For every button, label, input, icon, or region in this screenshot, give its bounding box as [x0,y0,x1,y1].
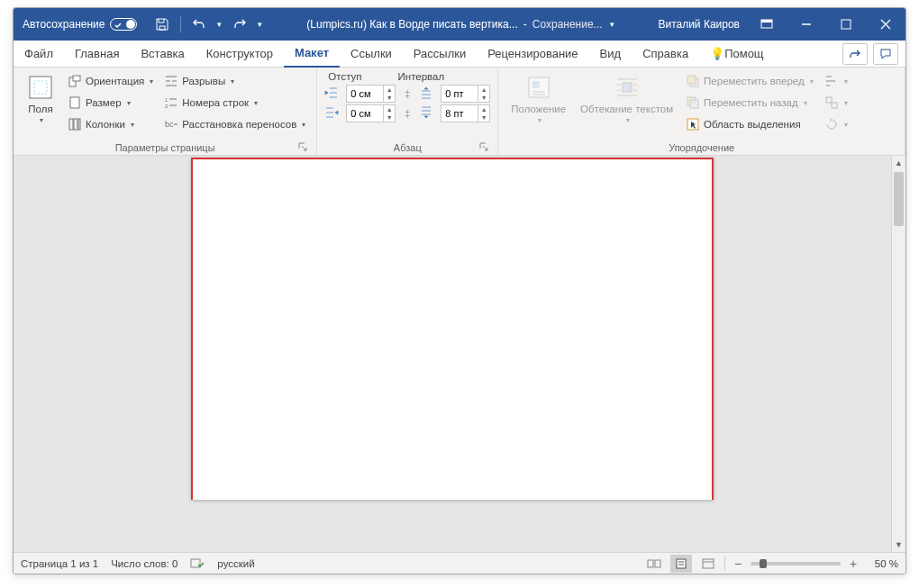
tab-review[interactable]: Рецензирование [477,41,588,68]
svg-rect-19 [532,81,540,88]
paragraph-launcher-icon[interactable] [479,142,490,153]
zoom-slider-thumb[interactable] [760,559,767,568]
spacing-after-input[interactable] [441,108,478,119]
zoom-level[interactable]: 50 % [866,558,898,569]
print-layout-icon[interactable] [670,555,692,573]
spacing-before-input[interactable] [441,88,478,99]
indent-right-input[interactable] [347,108,383,119]
send-backward-button[interactable]: Переместить назад▾ [682,93,817,113]
align-button[interactable]: ▾ [821,71,851,91]
ribbon-tabs: Файл Главная Вставка Конструктор Макет С… [14,41,905,68]
tab-view[interactable]: Вид [589,41,632,68]
paragraph-label: Абзац [394,142,422,153]
tab-assist[interactable]: 💡 Помощ [699,41,774,68]
tab-design[interactable]: Конструктор [196,41,284,68]
word-window: Автосохранение ▾ ▾ (Lumpics.ru) Как в Во… [13,7,906,574]
group-arrange: Положение▾ Обтекание текстом▾ Переместит… [498,68,905,155]
svg-rect-11 [78,119,80,130]
indent-right-spinner[interactable]: ▲▼ [346,104,396,122]
indent-left-input[interactable] [347,88,383,99]
tab-file[interactable]: Файл [14,41,64,68]
svg-rect-30 [191,559,200,567]
title-text: (Lumpics.ru) Как в Ворде писать вертика.… [271,18,651,31]
tab-home[interactable]: Главная [64,41,130,68]
bring-forward-button[interactable]: Переместить вперед▾ [682,71,817,91]
document-canvas[interactable] [14,156,891,552]
hyphenation-button[interactable]: bcРасстановка переносов▾ [160,114,309,134]
svg-rect-31 [648,560,653,567]
language-indicator[interactable]: русский [217,558,254,569]
page-indicator[interactable]: Страница 1 из 1 [21,558,98,569]
group-objects-button[interactable]: ▾ [821,93,851,113]
line-numbers-button[interactable]: 12Номера строк▾ [160,93,309,113]
margins-button[interactable]: Поля ▾ [21,71,60,126]
svg-rect-3 [842,20,851,29]
svg-rect-28 [826,97,832,103]
tab-mailings[interactable]: Рассылки [403,41,477,68]
zoom-slider[interactable] [751,562,841,565]
saving-status: Сохранение... [532,18,603,31]
redo-icon[interactable] [231,15,249,33]
scroll-down-icon[interactable]: ▼ [892,538,905,552]
title-dropdown-icon[interactable]: ▾ [608,20,616,29]
window-controls [747,8,905,41]
arrange-label: Упорядочение [669,142,734,153]
save-icon[interactable] [153,15,171,33]
margins-icon [26,73,55,102]
svg-rect-8 [70,97,79,108]
tab-references[interactable]: Ссылки [340,41,403,68]
ribbon-display-icon[interactable] [747,8,787,41]
word-count[interactable]: Число слов: 0 [111,558,177,569]
wrap-text-icon [613,73,641,102]
vertical-scrollbar[interactable]: ▲ ▼ [891,156,905,552]
indent-left-spinner[interactable]: ▲▼ [346,85,396,103]
qat-customize-icon[interactable]: ▾ [256,20,264,29]
user-name[interactable]: Виталий Каиров [651,18,747,31]
web-layout-icon[interactable] [697,555,719,573]
undo-icon[interactable] [190,15,208,33]
scroll-up-icon[interactable]: ▲ [892,156,905,170]
send-backward-icon [686,95,700,110]
tab-layout[interactable]: Макет [284,41,340,68]
minimize-icon[interactable] [787,8,826,41]
indent-right-icon [324,106,341,121]
comments-icon[interactable] [873,43,898,65]
orientation-button[interactable]: Ориентация▾ [64,71,157,91]
zoom-out-button[interactable]: − [731,556,745,571]
rotate-button[interactable]: ▾ [821,114,851,134]
wrap-text-button[interactable]: Обтекание текстом▾ [575,71,678,126]
zoom-in-button[interactable]: + [846,556,860,571]
tab-help[interactable]: Справка [632,41,699,68]
breaks-button[interactable]: Разрывы▾ [160,71,309,91]
document-page[interactable] [191,158,714,500]
spacing-before-spinner[interactable]: ▲▼ [441,85,490,103]
bring-forward-icon [686,74,700,88]
tab-insert[interactable]: Вставка [130,41,195,68]
selection-pane-button[interactable]: Область выделения [682,114,817,134]
maximize-icon[interactable] [826,8,866,41]
svg-rect-29 [832,103,837,108]
spellcheck-icon[interactable] [190,557,205,570]
quick-access-toolbar: ▾ ▾ [146,15,271,33]
svg-rect-33 [677,559,686,568]
statusbar: Страница 1 из 1 Число слов: 0 русский − … [14,552,905,574]
columns-button[interactable]: Колонки▾ [64,114,157,134]
page-setup-launcher-icon[interactable] [298,142,309,153]
size-button[interactable]: Размер▾ [64,93,157,113]
spacing-header: Интервал [398,71,445,82]
page-setup-label: Параметры страницы [115,142,215,153]
indent-header: Отступ [328,71,361,82]
position-button[interactable]: Положение▾ [505,71,571,126]
scrollbar-thumb[interactable] [894,172,904,226]
spin-up-icon[interactable]: ▲ [384,86,395,94]
spin-down-icon[interactable]: ▼ [384,94,395,102]
close-icon[interactable] [866,8,905,41]
read-mode-icon[interactable] [643,555,665,573]
share-icon[interactable] [842,43,868,65]
spacing-after-spinner[interactable]: ▲▼ [441,104,490,122]
autosave-section: Автосохранение [14,18,146,31]
autosave-toggle[interactable] [110,18,137,31]
undo-dropdown-icon[interactable]: ▾ [215,20,223,29]
size-icon [68,95,82,110]
svg-rect-1 [761,20,772,23]
